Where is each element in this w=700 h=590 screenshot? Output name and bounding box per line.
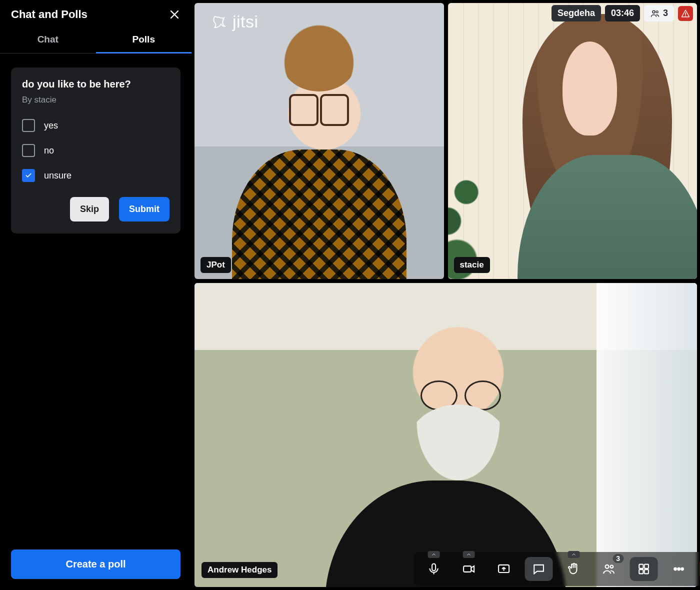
svg-point-7 (610, 566, 613, 568)
participants-button[interactable]: 3 (594, 557, 622, 581)
warning-icon (681, 9, 690, 18)
svg-rect-9 (644, 564, 648, 568)
svg-point-1 (656, 10, 658, 12)
svg-rect-4 (464, 566, 471, 572)
tile-view-icon (636, 562, 650, 576)
video-feed (194, 3, 444, 279)
poll-actions: Skip Submit (22, 197, 170, 222)
close-icon (168, 8, 180, 20)
participant-tile[interactable]: JPot (194, 3, 444, 279)
checkbox-icon (22, 144, 35, 157)
participants-icon (650, 8, 660, 18)
poll-option[interactable]: no (22, 144, 170, 157)
room-name-chip: Segdeha (552, 5, 601, 22)
tile-view-button[interactable] (630, 557, 658, 581)
panel-header: Chat and Polls (0, 0, 192, 25)
create-poll-button[interactable]: Create a poll (11, 550, 180, 579)
camera-icon (462, 562, 476, 576)
microphone-icon (426, 562, 440, 576)
more-icon (672, 562, 686, 576)
share-screen-button[interactable] (490, 557, 518, 581)
chevron-up-icon (570, 552, 576, 558)
checkbox-checked-icon (22, 169, 35, 182)
participants-icon (602, 562, 616, 576)
share-screen-icon (496, 562, 510, 576)
poll-option[interactable]: yes (22, 119, 170, 132)
video-feed (194, 283, 697, 587)
reactions-caret[interactable] (568, 551, 580, 558)
svg-point-14 (681, 568, 684, 570)
video-stage: JPot stacie Andrew Hedges (192, 0, 700, 590)
microphone-button[interactable] (420, 557, 448, 581)
participant-count-chip[interactable]: 3 (644, 5, 674, 22)
raise-hand-button[interactable] (560, 557, 588, 581)
submit-button[interactable]: Submit (119, 197, 170, 222)
tab-chat[interactable]: Chat (0, 25, 96, 53)
participant-tile[interactable]: stacie (448, 3, 698, 279)
tabs: Chat Polls (0, 25, 192, 54)
jitsi-logo: jitsi (210, 12, 258, 32)
chevron-up-icon (430, 552, 436, 558)
meeting-info-bar: Segdeha 03:46 3 (552, 5, 693, 22)
app-root: Chat and Polls Chat Polls do you like to… (0, 0, 700, 590)
chevron-up-icon (466, 552, 472, 558)
more-actions-button[interactable] (664, 557, 692, 581)
svg-rect-8 (639, 564, 643, 568)
poll-option-label: no (44, 146, 54, 156)
raise-hand-icon (566, 562, 580, 576)
tab-polls[interactable]: Polls (96, 25, 192, 53)
poll-author: By stacie (22, 95, 170, 105)
jitsi-logo-icon (210, 14, 228, 30)
poll-option-label: yes (44, 120, 58, 131)
svg-rect-3 (432, 564, 436, 571)
chat-icon (532, 562, 546, 576)
poll-question: do you like to be here? (22, 78, 170, 90)
poll-option[interactable]: unsure (22, 169, 170, 182)
participant-tile-active-speaker[interactable]: Andrew Hedges (194, 283, 697, 587)
poll-options: yes no unsure (22, 119, 170, 182)
participant-name-chip: Andrew Hedges (202, 562, 278, 578)
chat-polls-panel: Chat and Polls Chat Polls do you like to… (0, 0, 192, 590)
participant-name-chip: JPot (200, 257, 231, 273)
checkbox-icon (22, 119, 35, 132)
svg-rect-11 (644, 570, 648, 574)
svg-point-13 (678, 568, 680, 570)
participant-count: 3 (663, 8, 668, 18)
poll-card: do you like to be here? By stacie yes no… (11, 68, 180, 234)
skip-button[interactable]: Skip (70, 197, 109, 222)
video-grid: JPot stacie Andrew Hedges (192, 0, 700, 590)
connection-warning-icon[interactable] (678, 6, 693, 21)
meeting-timer: 03:46 (605, 5, 640, 22)
svg-point-12 (674, 568, 676, 570)
jitsi-logo-text: jitsi (232, 12, 258, 32)
svg-point-2 (685, 15, 686, 16)
poll-option-label: unsure (44, 170, 72, 181)
panel-title: Chat and Polls (11, 8, 88, 21)
chat-button[interactable] (524, 557, 552, 581)
video-feed (448, 3, 698, 279)
call-toolbar: 3 (414, 552, 700, 586)
svg-rect-10 (639, 570, 643, 574)
camera-options-caret[interactable] (462, 551, 474, 558)
participant-name-chip: stacie (454, 257, 490, 273)
microphone-options-caret[interactable] (428, 551, 440, 558)
camera-button[interactable] (454, 557, 482, 581)
participants-badge: 3 (612, 554, 624, 563)
close-panel-button[interactable] (168, 8, 180, 20)
svg-point-0 (652, 10, 655, 13)
svg-point-6 (605, 565, 608, 568)
